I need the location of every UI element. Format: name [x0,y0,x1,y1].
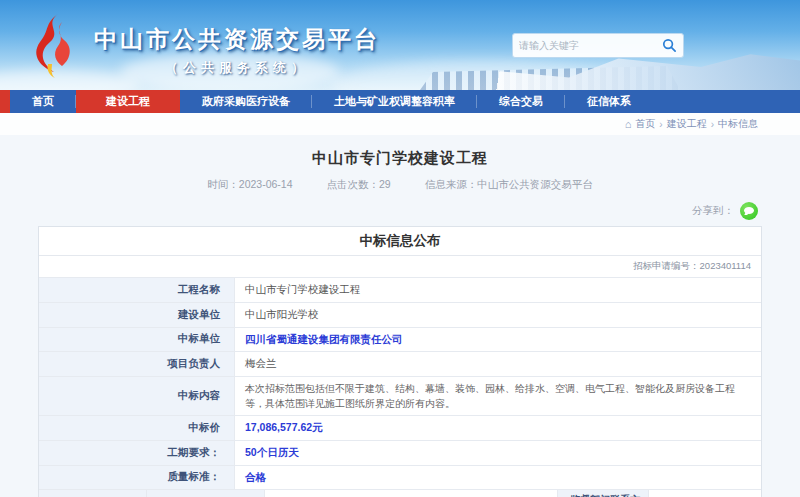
breadcrumb-bar: ⌂ 首页 › 建设工程 › 中标信息 [0,113,800,135]
table-row: 工程名称 中山市专门学校建设工程 [39,277,761,302]
dept-name-label: 监督部门名称 [147,490,265,497]
click-count: 点击次数：29 [327,178,391,192]
owner-unit-value: 中山市阳光学校 [235,303,761,327]
table-row: 建设单位 中山市阳光学校 [39,302,761,327]
site-header: 中山市公共资源交易平台 （公共服务系统） [0,0,800,90]
main-nav: 首页 建设工程 政府采购医疗设备 土地与矿业权调整容积率 综合交易 征信体系 [0,90,800,113]
row-label: 中标价 [39,416,235,440]
table-row: 中标价 17,086,577.62元 [39,415,761,440]
table-row: 中标单位 四川省蜀通建设集团有限责任公司 [39,327,761,352]
search-icon[interactable] [662,38,677,53]
wechat-share-icon[interactable] [740,202,758,220]
nav-item-gov-procurement[interactable]: 政府采购医疗设备 [180,90,312,113]
site-brand: 中山市公共资源交易平台 （公共服务系统） [28,8,380,80]
nav-item-land-mining[interactable]: 土地与矿业权调整容积率 [312,90,477,113]
site-subtitle: （公共服务系统） [94,59,380,77]
site-title: 中山市公共资源交易平台 [94,24,380,55]
share-row: 分享到： [38,200,762,222]
table-row: 中标内容 本次招标范围包括但不限于建筑、结构、幕墙、装饰、园林、给排水、空调、电… [39,376,761,415]
article-meta: 时间：2023-06-14 点击次数：29 信息来源：中山市公共资源交易平台 [38,178,762,192]
award-price-value: 17,086,577.62元 [235,416,761,440]
table-row: 工期要求： 50个日历天 [39,440,761,465]
project-name-value: 中山市专门学校建设工程 [235,278,761,302]
row-label: 工期要求： [39,441,235,465]
apply-number: 招标申请编号：2023401114 [39,256,761,277]
home-icon: ⌂ [625,119,632,130]
duration-value: 50个日历天 [235,441,761,465]
page-content: 中山市专门学校建设工程 时间：2023-06-14 点击次数：29 信息来源：中… [0,135,800,497]
publish-time: 时间：2023-06-14 [207,178,292,192]
nav-item-home[interactable]: 首页 [10,90,76,113]
search-box[interactable] [512,33,684,58]
quality-standard-value: 合格 [235,466,761,490]
table-row: 项目负责人 梅会兰 [39,351,761,376]
table-title: 中标信息公布 [39,227,761,256]
search-input[interactable] [519,40,662,51]
award-info-table: 中标信息公布 招标申请编号：2023401114 工程名称 中山市专门学校建设工… [38,226,762,497]
row-label: 项目负责人 [39,352,235,376]
breadcrumb-home[interactable]: 首页 [635,117,655,131]
share-label: 分享到： [692,204,734,218]
winning-bidder-link[interactable]: 四川省蜀通建设集团有限责任公司 [235,328,761,352]
row-label: 质量标准： [39,466,235,490]
award-content-value: 本次招标范围包括但不限于建筑、结构、幕墙、装饰、园林、给排水、空调、电气工程、智… [235,377,761,415]
nav-item-construction[interactable]: 建设工程 [76,90,180,113]
article-header: 中山市专门学校建设工程 时间：2023-06-14 点击次数：29 信息来源：中… [38,141,762,192]
project-manager-value: 梅会兰 [235,352,761,376]
row-label: 工程名称 [39,278,235,302]
nav-left-accent [0,90,10,113]
dept-contact-label: 监督部门联系方式 [557,490,649,497]
supervision-label: 招标监督部门信息 [39,490,147,497]
row-label: 中标单位 [39,328,235,352]
site-logo-flame-icon [28,12,80,80]
supervision-row-1: 监督部门名称 中山市住房和城乡建设局 监督部门联系方式 88333919/883… [147,490,761,497]
breadcrumb-separator: › [711,119,714,130]
breadcrumb: ⌂ 首页 › 建设工程 › 中标信息 [625,117,758,131]
info-source: 信息来源：中山市公共资源交易平台 [425,178,593,192]
supervision-section: 招标监督部门信息 监督部门名称 中山市住房和城乡建设局 监督部门联系方式 883… [39,489,761,497]
nav-item-comprehensive[interactable]: 综合交易 [477,90,565,113]
table-row: 质量标准： 合格 [39,465,761,490]
breadcrumb-construction[interactable]: 建设工程 [667,117,707,131]
nav-item-credit[interactable]: 征信体系 [565,90,653,113]
dept-name-value: 中山市住房和城乡建设局 [265,490,557,497]
row-label: 建设单位 [39,303,235,327]
breadcrumb-separator: › [659,119,662,130]
page-title: 中山市专门学校建设工程 [38,149,762,168]
breadcrumb-award-info: 中标信息 [718,117,758,131]
dept-contact-value: 88333919/88388300 [649,490,761,497]
row-label: 中标内容 [39,377,235,415]
